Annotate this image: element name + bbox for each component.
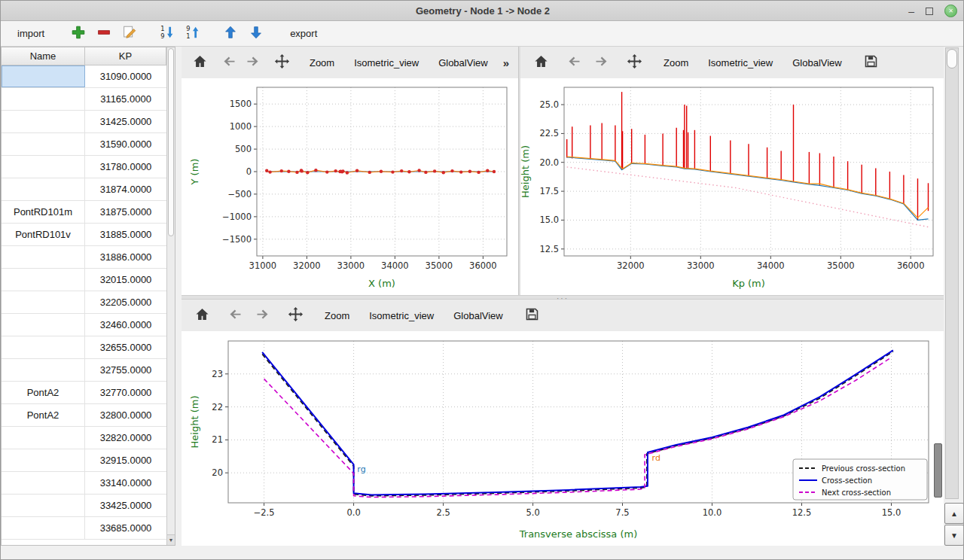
table-row[interactable]: 32915.0000 xyxy=(2,449,166,472)
plots-scrollbar-thumb[interactable] xyxy=(934,443,942,498)
cell-name[interactable] xyxy=(2,178,85,200)
cell-kp[interactable]: 32015.0000 xyxy=(85,269,166,291)
sort-descending-button[interactable]: 19 xyxy=(157,24,177,44)
table-row[interactable]: 32820.0000 xyxy=(2,427,166,449)
cell-name[interactable] xyxy=(2,517,85,539)
cell-kp[interactable]: 31886.0000 xyxy=(85,246,166,268)
table-row[interactable]: PontA2 32800.0000 xyxy=(2,404,166,427)
cross-section-chart[interactable]: −2.50.02.55.07.510.012.515.020212223rgrd… xyxy=(182,331,944,546)
table-row[interactable]: 32205.0000 xyxy=(2,291,166,314)
table-row[interactable]: 31090.0000 xyxy=(2,65,166,88)
export-button[interactable]: export xyxy=(284,25,323,42)
table-row[interactable]: 31165.0000 xyxy=(2,88,166,111)
cell-kp[interactable]: 31425.0000 xyxy=(85,111,166,132)
column-header-kp[interactable]: KP xyxy=(85,47,166,65)
cell-name[interactable]: PontA2 xyxy=(2,382,85,403)
cell-name[interactable] xyxy=(2,156,85,178)
cell-name[interactable] xyxy=(2,111,85,132)
cell-kp[interactable]: 33425.0000 xyxy=(85,495,166,516)
cell-kp[interactable]: 32770.0000 xyxy=(85,382,166,403)
maximize-button[interactable] xyxy=(926,8,933,15)
cell-name[interactable] xyxy=(2,472,85,494)
cell-name[interactable] xyxy=(2,269,85,291)
table-row[interactable]: 31590.0000 xyxy=(2,133,166,156)
pan-button[interactable] xyxy=(273,51,291,74)
table-row[interactable]: PontA2 32770.0000 xyxy=(2,382,166,404)
globalview-button[interactable]: GlobalView xyxy=(446,306,511,325)
cell-kp[interactable]: 32915.0000 xyxy=(85,449,166,471)
import-button[interactable]: import xyxy=(11,25,50,42)
zoom-button[interactable]: Zoom xyxy=(317,306,357,325)
table-row[interactable]: PontRD101v 31885.0000 xyxy=(2,224,166,246)
cell-name[interactable]: PontA2 xyxy=(2,404,85,426)
cell-name[interactable] xyxy=(2,359,85,381)
minimize-button[interactable]: – xyxy=(908,8,914,15)
cell-name[interactable] xyxy=(2,65,85,87)
forward-button[interactable] xyxy=(251,304,273,327)
window-scrollbar[interactable] xyxy=(945,47,959,499)
scroll-up-button[interactable]: ▲ xyxy=(944,503,964,524)
cell-kp[interactable]: 31874.0000 xyxy=(85,178,166,200)
home-button[interactable] xyxy=(191,304,213,327)
plan-view-chart[interactable]: 310003200033000340003500036000−1500−1000… xyxy=(182,78,518,295)
cell-kp[interactable]: 32755.0000 xyxy=(85,359,166,381)
table-scroll-down-button[interactable]: ▼ xyxy=(167,534,175,545)
cell-kp[interactable]: 31875.0000 xyxy=(85,201,166,223)
save-button[interactable] xyxy=(521,304,544,327)
scroll-down-button[interactable]: ▼ xyxy=(944,525,964,546)
table-scrollbar[interactable]: ▼ xyxy=(166,47,175,545)
zoom-button[interactable]: Zoom xyxy=(656,53,696,72)
move-up-button[interactable] xyxy=(221,24,240,44)
cell-name[interactable] xyxy=(2,336,85,358)
table-row[interactable]: 31886.0000 xyxy=(2,246,166,269)
cell-kp[interactable]: 33140.0000 xyxy=(85,472,166,494)
cell-kp[interactable]: 32205.0000 xyxy=(85,291,166,313)
table-row[interactable]: 32015.0000 xyxy=(2,269,166,291)
window-scrollbar-thumb[interactable] xyxy=(947,49,957,68)
table-row[interactable]: 31874.0000 xyxy=(2,178,166,201)
cross-section-chart-area[interactable]: −2.50.02.55.07.510.012.515.020212223rgrd… xyxy=(182,331,944,546)
table-row[interactable]: PontRD101m 31875.0000 xyxy=(2,201,166,224)
cell-name[interactable] xyxy=(2,133,85,155)
cell-kp[interactable]: 31090.0000 xyxy=(85,65,166,87)
close-button[interactable]: ✕ xyxy=(944,5,957,17)
cell-name[interactable] xyxy=(2,314,85,336)
table-row[interactable]: 32460.0000 xyxy=(2,314,166,336)
forward-button[interactable] xyxy=(590,51,612,74)
cell-kp[interactable]: 31590.0000 xyxy=(85,133,166,155)
remove-row-button[interactable] xyxy=(94,24,114,44)
home-button[interactable] xyxy=(529,51,552,74)
cell-name[interactable] xyxy=(2,291,85,313)
profile-chart-area[interactable]: 320003300034000350003600012.515.017.520.… xyxy=(520,78,944,295)
table-row[interactable]: 33140.0000 xyxy=(2,472,166,495)
isometric-view-button[interactable]: Isometric_view xyxy=(346,53,426,72)
sort-ascending-button[interactable]: 91 xyxy=(183,24,203,44)
longitudinal-profile-chart[interactable]: 320003300034000350003600012.515.017.520.… xyxy=(520,78,944,295)
cell-name[interactable] xyxy=(2,246,85,268)
zoom-button[interactable]: Zoom xyxy=(302,53,342,72)
cell-kp[interactable]: 31780.0000 xyxy=(85,156,166,178)
forward-button[interactable] xyxy=(243,51,262,74)
column-header-name[interactable]: Name xyxy=(2,47,85,65)
edit-button[interactable] xyxy=(120,24,139,44)
cell-name[interactable] xyxy=(2,449,85,471)
cell-kp[interactable]: 32460.0000 xyxy=(85,314,166,336)
toolbar-overflow-button[interactable]: » xyxy=(503,56,509,69)
title-bar[interactable]: Geometry - Node 1 -> Node 2 – ✕ xyxy=(1,1,964,21)
cell-kp[interactable]: 32820.0000 xyxy=(85,427,166,449)
table-row[interactable]: 32655.0000 xyxy=(2,336,166,359)
isometric-view-button[interactable]: Isometric_view xyxy=(362,306,441,325)
cell-kp[interactable]: 32800.0000 xyxy=(85,404,166,426)
move-down-button[interactable] xyxy=(246,24,266,44)
back-button[interactable] xyxy=(224,304,246,327)
cell-kp[interactable]: 33685.0000 xyxy=(85,517,166,539)
table-row[interactable]: 31780.0000 xyxy=(2,156,166,178)
cell-kp[interactable]: 32655.0000 xyxy=(85,336,166,358)
table-row[interactable]: 33425.0000 xyxy=(2,495,166,517)
globalview-button[interactable]: GlobalView xyxy=(431,53,496,72)
isometric-view-button[interactable]: Isometric_view xyxy=(700,53,780,72)
globalview-button[interactable]: GlobalView xyxy=(785,53,850,72)
table-row[interactable]: 32755.0000 xyxy=(2,359,166,382)
table-row[interactable]: 31425.0000 xyxy=(2,111,166,133)
cell-kp[interactable]: 31885.0000 xyxy=(85,224,166,245)
